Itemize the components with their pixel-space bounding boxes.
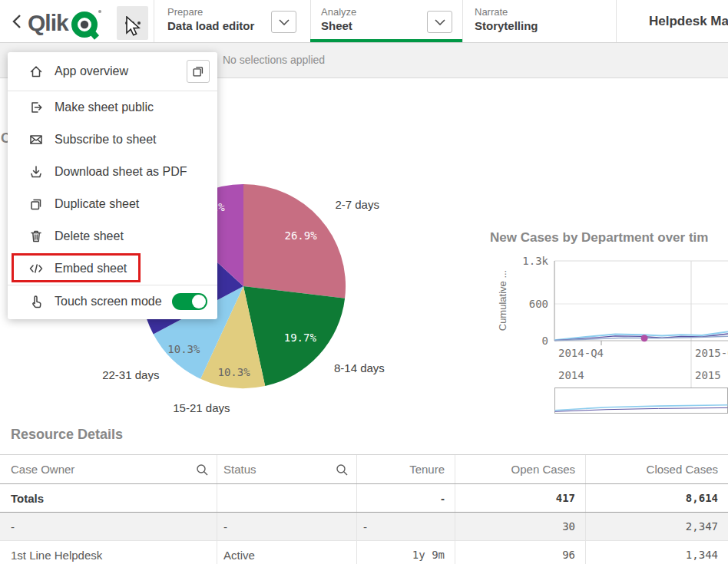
table-cell[interactable]: 1y 9m	[357, 541, 455, 564]
table-cell[interactable]: -	[357, 484, 455, 512]
duplicate-icon	[28, 196, 44, 212]
dot	[137, 21, 141, 25]
chevron-down-icon	[435, 19, 445, 25]
x-axis-label: 2015-Q	[695, 347, 728, 359]
cell-value: 417	[556, 492, 575, 504]
menu-item-label: Download sheet as PDF	[55, 165, 187, 179]
cell-value: 8,614	[686, 492, 718, 504]
data-point-marker[interactable]	[641, 335, 648, 341]
column-header-closed-cases[interactable]: Closed Cases	[586, 455, 728, 483]
tab-narrate-value: Storytelling	[475, 19, 538, 32]
table-cell[interactable]	[217, 484, 357, 512]
selections-status-text: No selections applied	[223, 43, 325, 78]
column-header-open-cases[interactable]: Open Cases	[455, 455, 586, 483]
tab-prepare[interactable]: Prepare Data load editor	[154, 0, 310, 42]
column-header-label: Case Owner	[11, 463, 74, 476]
table-cell[interactable]: 417	[455, 484, 586, 512]
open-in-new-button[interactable]	[187, 60, 210, 83]
toolbar-divider	[616, 0, 617, 42]
column-header-status[interactable]: Status	[217, 455, 357, 483]
column-header-label: Status	[223, 463, 256, 476]
menu-item-delete-sheet[interactable]: Delete sheet	[8, 220, 217, 252]
column-header-tenure[interactable]: Tenure	[357, 455, 455, 483]
toggle-knob	[192, 295, 206, 308]
menu-item-download-sheet-as-pdf[interactable]: Download sheet as PDF	[8, 156, 217, 188]
table-cell[interactable]: 1st Line Helpdesk	[0, 541, 217, 564]
table-cell[interactable]: 8,614	[586, 484, 728, 512]
menu-item-app-overview[interactable]: App overview	[8, 52, 217, 91]
cell-value: 1,344	[686, 549, 718, 561]
cell-value: 2,347	[686, 520, 718, 533]
export-icon	[28, 100, 44, 115]
tab-narrate-label: Narrate	[475, 6, 508, 18]
table-cell[interactable]: Totals	[0, 484, 217, 512]
back-button[interactable]	[8, 12, 26, 31]
column-header-label: Open Cases	[511, 463, 575, 476]
pie-slice-label: 22-31 days	[102, 368, 159, 381]
app-title[interactable]: Helpdesk Man	[649, 0, 728, 42]
x-axis-label: 2014-Q4	[558, 347, 604, 359]
table-cell[interactable]: -	[217, 513, 357, 540]
table-cell[interactable]: 2,347	[586, 513, 728, 540]
column-header-case-owner[interactable]: Case Owner	[0, 455, 217, 483]
home-icon	[28, 64, 44, 79]
menu-item-label: App overview	[55, 64, 128, 78]
cell-value: -	[11, 520, 15, 533]
table-title: Resource Details	[11, 427, 123, 443]
menu-item-label: Duplicate sheet	[55, 197, 139, 211]
table-cell[interactable]: -	[0, 513, 217, 540]
column-header-label: Closed Cases	[647, 463, 718, 476]
chevron-left-icon	[12, 14, 22, 29]
search-icon[interactable]	[196, 463, 209, 477]
y-axis-tick: 0	[542, 335, 548, 347]
menu-item-touch-screen-mode[interactable]: Touch screen mode	[8, 285, 217, 318]
qlik-q-mark-icon	[68, 6, 104, 40]
table-cell[interactable]: 96	[455, 541, 586, 564]
pie-slice-label: 2-7 days	[335, 198, 379, 211]
envelope-icon	[28, 132, 44, 147]
cell-value: Totals	[11, 492, 44, 505]
download-icon	[28, 164, 44, 180]
touch-mode-toggle[interactable]	[172, 293, 207, 310]
analyze-dropdown-button[interactable]	[427, 11, 452, 33]
table-cell[interactable]: 1,344	[586, 541, 728, 564]
cell-value: -	[223, 520, 227, 533]
line-chart-plot[interactable]: 1.3k60002014-Q42015-Q20142015	[482, 226, 728, 418]
tab-analyze[interactable]: Analyze Sheet	[310, 0, 462, 42]
tab-prepare-label: Prepare	[167, 6, 203, 18]
dot	[131, 21, 134, 25]
cell-value: -	[363, 520, 367, 533]
menu-item-duplicate-sheet[interactable]: Duplicate sheet	[8, 188, 217, 220]
table-row-totals[interactable]: Totals-4178,614	[0, 484, 728, 513]
menu-item-subscribe-to-sheet[interactable]: Subscribe to sheet	[8, 124, 217, 156]
table-header-row: Case OwnerStatusTenureOpen CasesClosed C…	[0, 455, 728, 484]
trash-icon	[28, 229, 44, 244]
qlik-logo-text: Qlik	[28, 10, 68, 36]
table-cell[interactable]: 30	[455, 513, 586, 540]
pie-percent-label: 26.9%	[285, 229, 318, 242]
more-options-button[interactable]	[117, 6, 148, 40]
menu-item-make-sheet-public[interactable]: Make sheet public	[8, 91, 217, 124]
menu-item-label: Delete sheet	[55, 229, 124, 243]
prepare-dropdown-button[interactable]	[271, 11, 296, 33]
range-navigator[interactable]	[555, 388, 728, 414]
table-cell[interactable]: -	[357, 513, 455, 540]
search-icon[interactable]	[336, 463, 349, 477]
cell-value: Active	[223, 549, 255, 562]
table-row-1[interactable]: ---302,347	[0, 513, 728, 541]
x-axis-label: 2014	[558, 369, 584, 381]
tab-analyze-value: Sheet	[321, 19, 352, 32]
cell-value: 1st Line Helpdesk	[11, 549, 102, 562]
tab-narrate[interactable]: Narrate Storytelling	[462, 0, 616, 42]
table-cell[interactable]: Active	[217, 541, 357, 564]
tab-analyze-label: Analyze	[321, 6, 356, 18]
cell-value: 96	[562, 549, 575, 561]
qlik-logo[interactable]: Qlik	[28, 6, 104, 40]
table-row-2[interactable]: 1st Line HelpdeskActive1y 9m961,344	[0, 541, 728, 564]
pie-slice-label: 8-14 days	[334, 361, 385, 374]
tab-prepare-value: Data load editor	[167, 19, 254, 32]
column-header-label: Tenure	[409, 463, 445, 476]
dot	[125, 21, 128, 25]
pie-percent-label: 19.7%	[284, 331, 317, 344]
menu-item-label: Subscribe to sheet	[55, 133, 157, 147]
